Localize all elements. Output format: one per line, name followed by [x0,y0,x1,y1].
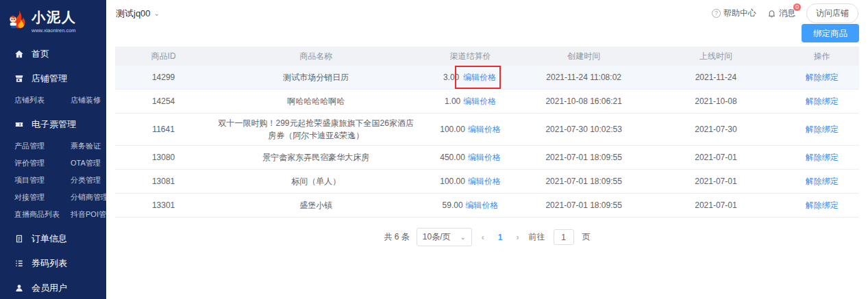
unbind-link[interactable]: 解除绑定 [806,200,839,210]
column-header: 创建时间 [521,47,647,66]
account-switcher[interactable]: 测试jq00 ⌄ [116,8,160,20]
sidebar-subitem[interactable]: 评价管理 [14,155,71,172]
table-row: 13081标间（单人）100.00编辑价格2021-07-01 18:09:55… [115,170,859,194]
sidebar-subitem[interactable]: 对接管理 [14,189,71,206]
sidebar-item-eticket-management[interactable]: 电子票管理 [0,112,106,137]
sidebar-item-label: 券码列表 [32,257,67,270]
goto-page-input[interactable] [554,229,574,245]
help-center-label: 帮助中心 [723,8,756,19]
pagination: 共 6 条 10条/页 ⌄ ‹ 1 › 前往 页 [106,228,868,246]
home-icon [14,49,24,59]
shop-icon [14,74,24,83]
goto-label: 前往 [529,231,545,243]
unbind-link[interactable]: 解除绑定 [806,177,839,186]
message-count-badge: 0 [793,3,802,12]
products-table: 商品ID商品名称渠道结算价创建时间上线时间操作 14299测试市场分销日历3.0… [115,47,859,218]
question-icon: ? [712,9,721,18]
sidebar-nav: 首页店铺管理店铺列表店铺装修电子票管理产品管理票务验证评价管理OTA管理项目管理… [0,42,106,299]
brand: 小泥人 www.xiaoniren.com [0,0,106,38]
column-header: 操作 [784,47,859,66]
cell-price: 100.00编辑价格 [420,172,521,191]
price-value: 450.00 [440,151,465,164]
page-size-select[interactable]: 10条/页 ⌄ [417,228,472,246]
price-value: 59.00 [443,199,463,211]
user-icon [14,283,24,293]
cell-product-name: 双十一限时购！299元起抢荣盛康旅旗下全国26家酒店房券（阿尔卡迪亚&荣逸） [212,114,420,145]
column-header: 渠道结算价 [420,47,521,66]
cell-product-name: 啊哈哈哈哈啊哈 [212,92,420,111]
edit-price-link[interactable]: 编辑价格 [468,175,501,187]
cell-price: 450.00编辑价格 [420,148,521,167]
total-count: 共 6 条 [384,231,409,243]
unbind-link[interactable]: 解除绑定 [806,96,839,106]
next-page-icon[interactable]: › [514,233,522,242]
cell-online-time: 2021-07-01 [647,196,784,215]
column-header: 商品ID [115,47,212,66]
page-suffix: 页 [582,231,591,243]
table-header-row: 商品ID商品名称渠道结算价创建时间上线时间操作 [115,47,859,66]
cell-online-time: 2021-07-30 [647,120,784,139]
sidebar-subitem[interactable]: 店铺装修 [71,92,103,109]
cell-online-time: 2021-07-01 [647,172,784,191]
chevron-down-icon: ⌄ [154,10,160,17]
page-size-value: 10条/页 [423,231,451,243]
cell-created-time: 2021-11-24 11:08:02 [521,68,647,87]
sidebar-submenu: 产品管理票务验证评价管理OTA管理项目管理分类管理对接管理分销商管理直播商品列表… [0,137,106,226]
bell-icon [767,9,776,18]
sidebar-item-order-info[interactable]: 订单信息 [0,226,106,251]
unbind-link[interactable]: 解除绑定 [806,73,839,82]
price-value: 100.00 [440,175,465,187]
prev-page-icon[interactable]: ‹ [479,233,487,242]
annotation-box: 编辑价格 [455,66,501,89]
cell-online-time: 2021-07-01 [647,148,784,167]
cell-product-name: 测试市场分销日历 [212,68,420,87]
unbind-link[interactable]: 解除绑定 [806,153,839,162]
sidebar-item-member-users[interactable]: 会员用户 [0,276,106,299]
table-row: 11641双十一限时购！299元起抢荣盛康旅旗下全国26家酒店房券（阿尔卡迪亚&… [115,114,859,146]
cell-product-id: 11641 [115,120,212,139]
edit-price-link[interactable]: 编辑价格 [468,151,501,164]
edit-price-link[interactable]: 编辑价格 [463,73,496,82]
page-title: 测试jq00 [116,8,151,20]
price-value: 1.00 [445,95,460,107]
messages-link[interactable]: 消息 0 [767,8,795,19]
cell-actions: 解除绑定 [784,68,859,87]
cell-product-id: 13301 [115,196,212,215]
cell-product-name: 景宁畲家东弄民宿豪华大床房 [212,148,420,167]
bind-product-button[interactable]: 绑定商品 [802,24,859,42]
sidebar-item-home[interactable]: 首页 [0,42,106,66]
sidebar-subitem[interactable]: 直播商品列表 [14,206,71,223]
cell-online-time: 2021-10-08 [647,92,784,111]
cell-product-id: 14299 [115,68,212,87]
edit-price-link[interactable]: 编辑价格 [463,95,496,107]
cell-created-time: 2021-07-01 18:09:55 [521,148,647,167]
unbind-link[interactable]: 解除绑定 [806,125,839,134]
sidebar-subitem[interactable]: 店铺列表 [14,92,71,109]
topbar: 测试jq00 ⌄ ? 帮助中心 消息 0 访问店铺 [106,0,868,21]
sidebar-item-label: 会员用户 [32,282,67,294]
cell-created-time: 2021-07-01 18:09:55 [521,196,647,215]
sidebar-subitem[interactable]: 产品管理 [14,138,71,155]
action-row: 绑定商品 [106,21,868,42]
cell-actions: 解除绑定 [784,172,859,191]
sidebar-item-label: 订单信息 [32,233,67,245]
sidebar-subitem[interactable]: 项目管理 [14,172,71,189]
table-row: 14254啊哈哈哈哈啊哈1.00编辑价格2021-10-08 16:06:212… [115,90,859,114]
table-body: 14299测试市场分销日历3.00编辑价格2021-11-24 11:08:02… [115,66,859,218]
ticket-icon [14,120,24,129]
sidebar-item-coupon-list[interactable]: 券码列表 [0,251,106,276]
sidebar: 小泥人 www.xiaoniren.com 首页店铺管理店铺列表店铺装修电子票管… [0,0,106,299]
cell-created-time: 2021-07-30 10:02:53 [521,120,647,139]
edit-price-link[interactable]: 编辑价格 [466,199,499,211]
sidebar-item-label: 电子票管理 [32,118,76,131]
page-number-current[interactable]: 1 [494,233,507,242]
table-row: 13080景宁畲家东弄民宿豪华大床房450.00编辑价格2021-07-01 1… [115,146,859,170]
sidebar-item-shop-management[interactable]: 店铺管理 [0,66,106,91]
main-content: 测试jq00 ⌄ ? 帮助中心 消息 0 访问店铺 绑定商品 商品ID商品名 [106,0,868,299]
cell-online-time: 2021-11-24 [647,68,784,87]
brand-name: 小泥人 [32,8,77,27]
cell-price: 1.00编辑价格 [420,92,521,111]
table-row: 13301盛堡小镇59.00编辑价格2021-07-01 18:09:55202… [115,194,859,218]
help-center-link[interactable]: ? 帮助中心 [712,8,756,19]
edit-price-link[interactable]: 编辑价格 [468,123,501,135]
